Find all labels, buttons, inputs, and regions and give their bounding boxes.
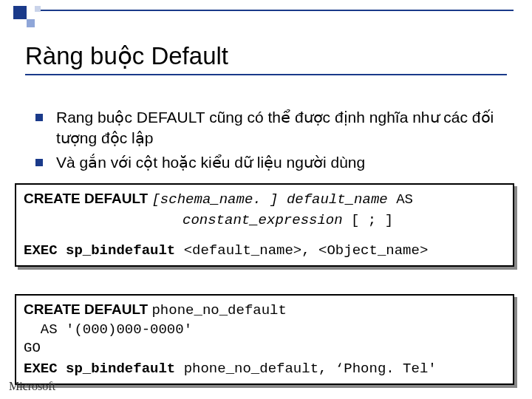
code-line: EXEC sp_bindefault phone_no_default, ‘Ph… — [24, 358, 505, 379]
code-text: AS — [396, 191, 413, 208]
list-item: Và gắn với cột hoặc kiểu dữ liệu người d… — [35, 152, 508, 173]
code-keyword: EXEC sp_bindefault — [24, 361, 184, 377]
code-ident: [schema_name. ] default_name — [151, 191, 396, 208]
code-line: GO — [24, 339, 505, 358]
list-item: Rang buộc DEFAULT cũng có thể được định … — [35, 107, 508, 149]
example-code-box: CREATE DEFAULT phone_no_default AS '(000… — [15, 294, 514, 385]
deco-square-med — [27, 19, 35, 27]
code-blank — [24, 230, 505, 240]
bullet-icon — [35, 114, 43, 121]
deco-square-large — [13, 6, 27, 19]
bullet-text: Và gắn với cột hoặc kiểu dữ liệu người d… — [56, 152, 365, 173]
code-line: CREATE DEFAULT [schema_name. ] default_n… — [24, 189, 505, 210]
code-line: AS '(000)000-0000' — [24, 321, 505, 340]
bullet-text: Rang buộc DEFAULT cũng có thể được định … — [56, 107, 508, 149]
code-line: constant_expression [ ; ] — [24, 210, 505, 231]
code-line: CREATE DEFAULT phone_no_default — [24, 300, 505, 321]
deco-square-small — [35, 6, 41, 12]
code-keyword: CREATE DEFAULT — [24, 191, 151, 206]
slide-title: Ràng buộc Default — [25, 41, 228, 70]
top-rule — [41, 10, 514, 11]
footer-text: Microsoft — [9, 380, 55, 393]
code-text: <default_name>, <Object_name> — [184, 242, 429, 259]
code-keyword: EXEC sp_bindefault — [24, 242, 184, 259]
syntax-code-box: CREATE DEFAULT [schema_name. ] default_n… — [15, 183, 514, 267]
bullet-list: Rang buộc DEFAULT cũng có thể được định … — [35, 107, 508, 176]
code-text: phone_no_default, ‘Phong. Tel' — [184, 361, 437, 377]
code-line: EXEC sp_bindefault <default_name>, <Obje… — [24, 240, 505, 261]
bullet-icon — [35, 159, 43, 166]
code-keyword: CREATE DEFAULT — [24, 301, 151, 317]
corner-decoration — [0, 0, 133, 27]
code-ident: constant_expression — [183, 212, 351, 228]
code-text: [ ; ] — [351, 212, 393, 228]
code-text: phone_no_default — [151, 302, 286, 318]
title-underline — [25, 74, 507, 75]
